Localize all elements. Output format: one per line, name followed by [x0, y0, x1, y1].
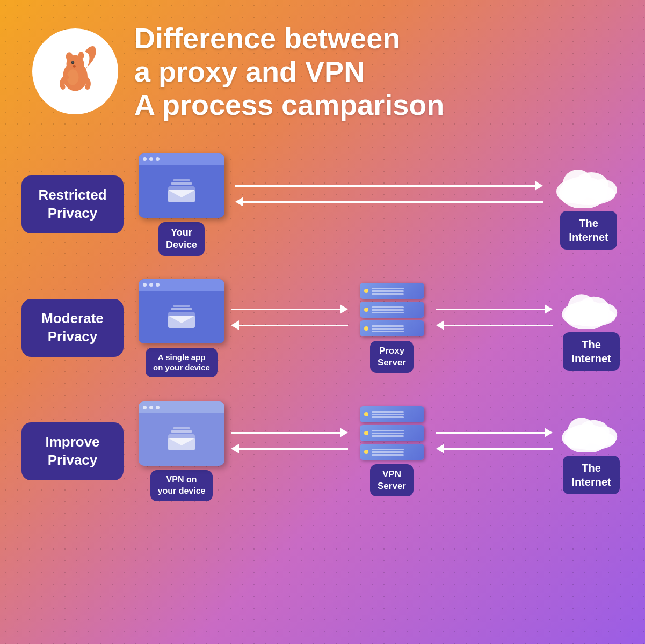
vpn-rack-2	[360, 425, 424, 441]
dot3	[156, 157, 160, 161]
title-block: Difference between a proxy and VPN A pro…	[134, 21, 444, 121]
main-title: Difference between a proxy and VPN A pro…	[134, 21, 444, 121]
row2-device-label: A single appon your device	[146, 348, 218, 377]
envelope-icon-row1	[165, 178, 198, 205]
tip-right-r1	[535, 181, 543, 191]
row3-vpn-col: VPNServer	[354, 406, 430, 496]
bars3	[372, 325, 404, 332]
arrow-l2a	[231, 320, 348, 330]
arrow-l2b	[436, 320, 553, 330]
title-line3: A process camparison	[134, 89, 444, 121]
tip-left-r1	[235, 197, 243, 207]
row2-internet-label: TheInternet	[563, 332, 619, 371]
squirrel-icon	[46, 42, 105, 101]
led2	[364, 308, 368, 312]
improve-privacy-badge: ImprovePrivacy	[21, 422, 124, 480]
cloud-icon-row3	[559, 408, 624, 452]
browser-titlebar-row3	[139, 401, 224, 413]
row2-arrows1	[231, 304, 348, 330]
browser-body-row2	[139, 291, 224, 343]
proxy-server-graphic	[360, 283, 424, 336]
row-improve: ImprovePrivacy	[21, 390, 624, 513]
arrow-r3b	[436, 428, 553, 437]
bars1	[372, 288, 404, 295]
cloud-icon-row1	[554, 159, 624, 208]
dot9	[156, 406, 160, 409]
title-line1: Difference between	[134, 22, 400, 54]
led1	[364, 289, 368, 293]
svg-rect-23	[173, 305, 190, 307]
svg-rect-22	[171, 308, 192, 310]
bars2	[372, 306, 404, 313]
svg-rect-12	[173, 179, 190, 181]
svg-point-29	[567, 307, 615, 326]
arrow-left-row1	[235, 197, 543, 207]
row1-device-label: YourDevice	[158, 222, 205, 256]
svg-rect-34	[173, 427, 190, 429]
vpn-server-graphic	[360, 406, 424, 460]
shaft-l1	[243, 201, 543, 203]
row3-device-label: VPN onyour device	[150, 470, 213, 501]
row-moderate: ModeratePrivacy	[21, 266, 624, 390]
restricted-privacy-label: RestrictedPrivacy	[38, 187, 106, 221]
logo-circle	[32, 28, 118, 114]
dot6	[156, 283, 160, 287]
dot7	[143, 406, 147, 409]
envelope-icon-row2	[165, 304, 198, 331]
browser-titlebar-row1	[139, 153, 224, 165]
arrow-l3b	[436, 444, 553, 453]
svg-point-5	[72, 62, 73, 63]
arrow-r3a	[231, 428, 348, 437]
browser-icon-row1	[139, 153, 224, 218]
dot4	[143, 283, 147, 287]
svg-point-2	[66, 52, 73, 61]
browser-icon-row2	[139, 279, 224, 343]
server-rack-1	[360, 283, 424, 299]
moderate-privacy-badge: ModeratePrivacy	[21, 299, 124, 357]
row3-arrows2	[436, 428, 553, 453]
browser-body-row3	[139, 413, 224, 466]
row3-internet-col: TheInternet	[559, 408, 624, 494]
dot8	[149, 406, 153, 409]
header: Difference between a proxy and VPN A pro…	[0, 0, 476, 132]
dot5	[149, 283, 153, 287]
vpn-rack-1	[360, 406, 424, 422]
diagram-area: RestrictedPrivacy	[0, 132, 645, 524]
svg-point-18	[562, 184, 615, 205]
restricted-privacy-badge: RestrictedPrivacy	[21, 175, 124, 233]
row1-internet-col: TheInternet	[554, 159, 624, 250]
title-line2: a proxy and VPN	[134, 55, 365, 87]
proxy-server-label: ProxyServer	[370, 341, 414, 373]
server-rack-3	[360, 320, 424, 336]
dot1	[143, 157, 147, 161]
row3-arrows1	[231, 428, 348, 453]
row1-arrows	[235, 181, 543, 207]
vpn-rack-3	[360, 444, 424, 460]
svg-point-40	[567, 430, 615, 450]
cloud-icon-row2	[559, 285, 624, 329]
row3-internet-label: TheInternet	[563, 456, 619, 494]
row2-arrows2	[436, 304, 553, 330]
vpn-server-label: VPNServer	[370, 464, 414, 496]
browser-titlebar-row2	[139, 279, 224, 291]
row-restricted: RestrictedPrivacy	[21, 143, 624, 266]
row1-internet-label: TheInternet	[560, 211, 617, 250]
browser-icon-row3	[139, 401, 224, 466]
led3	[364, 326, 368, 331]
envelope-icon-row3	[165, 426, 198, 453]
svg-rect-11	[171, 182, 192, 185]
arrow-l3a	[231, 444, 348, 453]
browser-body-row1	[139, 165, 224, 218]
row2-internet-col: TheInternet	[559, 285, 624, 371]
row1-device-col: YourDevice	[139, 153, 224, 256]
svg-rect-33	[171, 430, 192, 433]
arrow-r2b	[436, 304, 553, 314]
svg-point-3	[78, 52, 84, 60]
row3-device-col: VPN onyour device	[139, 401, 224, 501]
arrow-right-row1	[235, 181, 543, 191]
row2-device-col: A single appon your device	[139, 279, 224, 377]
svg-point-6	[73, 65, 76, 68]
server-rack-2	[360, 302, 424, 318]
background: Difference between a proxy and VPN A pro…	[0, 0, 645, 644]
arrow-r2a	[231, 304, 348, 314]
